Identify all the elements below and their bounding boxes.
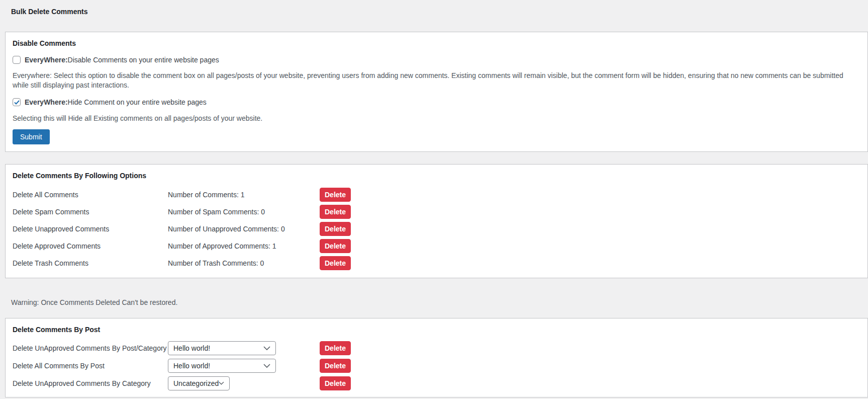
table-row: Delete Trash Comments Number of Trash Co… [13,255,860,272]
post-category-select[interactable]: Hello world! [168,341,276,355]
table-row: Delete Unapproved Comments Number of Una… [13,220,860,237]
disable-comments-heading: Disable Comments [13,32,860,48]
disable-comments-everywhere-checkbox-row[interactable]: EveryWhere:Disable Comments on your enti… [13,56,860,64]
disable-comments-checkbox[interactable] [13,56,21,64]
delete-unapproved-by-category-button[interactable]: Delete [320,376,351,390]
delete-all-by-post-button[interactable]: Delete [320,359,351,373]
table-row: Delete All Comments Number of Comments: … [13,186,860,203]
table-row: Delete UnApproved Comments By Post/Categ… [13,339,860,357]
row-label: Delete UnApproved Comments By Post/Categ… [13,344,168,352]
row-count: Number of Comments: 1 [168,191,320,199]
row-label: Delete Spam Comments [13,208,168,216]
row-label: Delete Unapproved Comments [13,225,168,233]
row-label: Delete UnApproved Comments By Category [13,379,168,387]
row-count: Number of Spam Comments: 0 [168,208,320,216]
delete-by-post-heading: Delete Comments By Post [13,318,860,334]
row-count: Number of Unapproved Comments: 0 [168,225,320,233]
category-select[interactable]: Uncategorized [168,376,230,390]
delete-by-post-rows: Delete UnApproved Comments By Post/Categ… [13,339,860,392]
row-label: Delete All Comments [13,191,168,199]
chevron-down-icon [263,346,270,350]
hide-comments-note: Selecting this will Hide all Existing co… [13,114,860,122]
row-count: Number of Approved Comments: 1 [168,242,320,250]
row-label: Delete All Comments By Post [13,362,168,370]
row-count: Number of Trash Comments: 0 [168,259,320,267]
disable-comments-panel: Disable Comments EveryWhere:Disable Comm… [5,32,868,152]
delete-trash-comments-button[interactable]: Delete [320,256,351,270]
delete-unapproved-by-post-category-button[interactable]: Delete [320,341,351,355]
table-row: Delete Approved Comments Number of Appro… [13,237,860,255]
checkbox-label: EveryWhere:Disable Comments on your enti… [25,56,219,64]
chevron-down-icon [263,364,270,368]
delete-unapproved-comments-button[interactable]: Delete [320,222,351,236]
delete-options-rows: Delete All Comments Number of Comments: … [13,186,860,272]
delete-options-panel: Delete Comments By Following Options Del… [5,164,868,278]
chevron-down-icon [219,381,224,385]
delete-options-heading: Delete Comments By Following Options [13,165,860,180]
submit-button[interactable]: Submit [13,129,50,144]
hide-comments-everywhere-checkbox-row[interactable]: EveryWhere:Hide Comment on your entire w… [13,98,860,106]
table-row: Delete Spam Comments Number of Spam Comm… [13,203,860,220]
hide-comments-checkbox[interactable] [13,98,21,106]
page-title: Bulk Delete Comments [0,0,868,16]
check-icon [14,100,20,105]
delete-warning-text: Warning: Once Comments Deleted Can't be … [11,298,868,307]
table-row: Delete UnApproved Comments By Category U… [13,374,860,392]
disable-comments-description: Everywhere: Select this option to disabl… [13,71,855,90]
row-label: Delete Approved Comments [13,242,168,250]
post-select[interactable]: Hello world! [168,359,276,373]
table-row: Delete All Comments By Post Hello world!… [13,357,860,374]
row-label: Delete Trash Comments [13,259,168,267]
delete-approved-comments-button[interactable]: Delete [320,239,351,253]
delete-all-comments-button[interactable]: Delete [320,188,351,202]
delete-by-post-panel: Delete Comments By Post Delete UnApprove… [5,318,868,397]
checkbox-label: EveryWhere:Hide Comment on your entire w… [25,98,207,106]
delete-spam-comments-button[interactable]: Delete [320,205,351,219]
